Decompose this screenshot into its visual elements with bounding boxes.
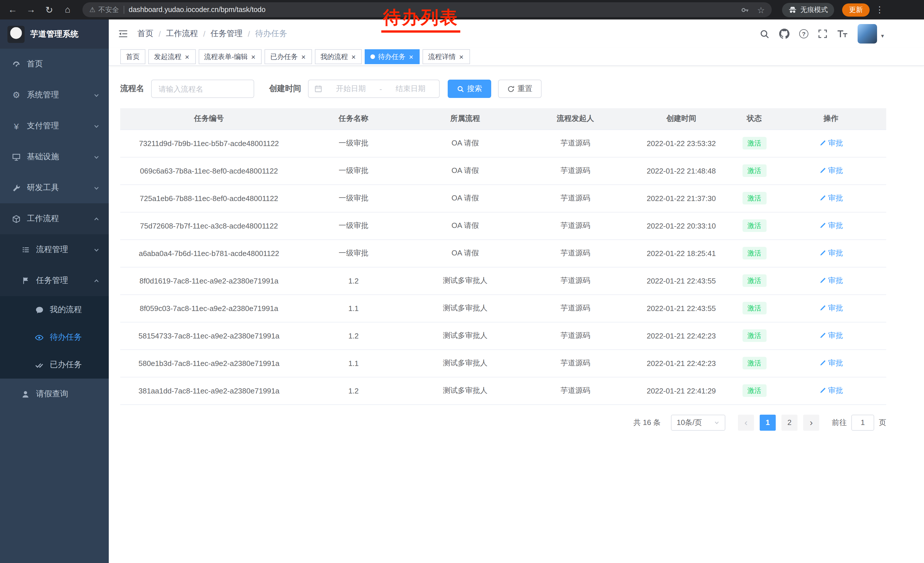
end-date-placeholder[interactable]: 结束日期 [388,84,434,94]
sidebar-item-label: 请假查询 [36,389,68,399]
approve-button[interactable]: 审批 [819,275,843,286]
incognito-icon [788,6,797,14]
sidebar-item-process-management[interactable]: 流程管理 [0,234,109,265]
back-button[interactable]: ← [4,2,21,18]
create-time-cell: 2022-01-21 22:41:29 [630,377,733,404]
tab-close-icon[interactable]: × [300,53,306,60]
browser-menu-icon[interactable]: ⋮ [872,5,887,15]
font-size-icon[interactable] [837,29,848,38]
prev-page-button[interactable]: ‹ [738,414,754,431]
date-range-picker[interactable]: 开始日期 - 结束日期 [308,80,440,98]
sidebar-item-done-tasks[interactable]: 已办任务 [0,351,109,378]
avatar-caret-icon[interactable]: ▾ [881,33,884,39]
create-time-cell: 2022-01-22 21:37:30 [630,185,733,212]
password-key-icon[interactable] [741,6,749,14]
sidebar-item-dev-tools[interactable]: 研发工具 [0,173,109,203]
sidebar-item-label: 支付管理 [27,121,59,131]
forward-button[interactable]: → [23,2,39,18]
breadcrumb-workflow[interactable]: 工作流程 [166,29,198,39]
sidebar-item-infrastructure[interactable]: 基础设施 [0,141,109,173]
approve-button[interactable]: 审批 [819,138,843,148]
tab-close-icon[interactable]: × [184,53,190,60]
reset-button[interactable]: 重置 [498,80,542,98]
table-row: a6aba0a4-7b6d-11ec-b781-acde48001122一级审批… [120,239,886,267]
sidebar-item-my-process[interactable]: 我的流程 [0,296,109,324]
sidebar-item-workflow[interactable]: 工作流程 [0,203,109,234]
sidebar-item-task-management[interactable]: 任务管理 [0,265,109,296]
sidebar-item-home[interactable]: 首页 [0,49,109,80]
column-header-7: 操作 [776,108,886,129]
tab-已办任务[interactable]: 已办任务× [264,49,312,64]
approve-button[interactable]: 审批 [819,165,843,176]
page-size-select[interactable]: 10条/页 [671,414,725,431]
warning-icon: ⚠ [89,6,96,14]
next-page-button[interactable]: › [803,414,819,431]
avatar[interactable] [858,24,877,44]
github-icon[interactable] [779,29,789,39]
page-button-2[interactable]: 2 [782,414,798,431]
status-cell: 激活 [733,157,776,185]
active-tab-dot [371,54,375,59]
sidebar-item-todo-tasks[interactable]: 待办任务 [0,324,109,351]
status-cell: 激活 [733,349,776,377]
approve-label: 审批 [828,330,843,341]
tab-首页[interactable]: 首页 [120,49,146,64]
sidebar-item-leave-query[interactable]: 请假查询 [0,378,109,410]
home-button[interactable]: ⌂ [60,2,76,18]
process-name-input[interactable] [151,80,254,98]
chevron-down-icon [714,419,720,425]
tab-close-icon[interactable]: × [250,53,256,60]
tab-流程详情[interactable]: 流程详情× [423,49,470,64]
search-icon[interactable] [760,29,770,39]
task-id-cell: 725a1eb6-7b88-11ec-8ef0-acde48001122 [120,185,298,212]
sidebar-collapse-icon[interactable] [118,29,128,39]
goto-page-input[interactable] [851,414,874,431]
tab-流程表单-编辑[interactable]: 流程表单-编辑× [198,49,262,64]
approve-label: 审批 [828,138,843,148]
tab-close-icon[interactable]: × [459,53,464,60]
approve-button[interactable]: 审批 [819,193,843,203]
fullscreen-icon[interactable] [818,29,827,38]
breadcrumb-task-management[interactable]: 任务管理 [211,29,243,39]
process-cell: OA 请假 [410,239,521,267]
tab-label: 已办任务 [270,52,298,62]
action-cell: 审批 [776,129,886,157]
sidebar-item-system[interactable]: ⚙ 系统管理 [0,80,109,111]
sidebar-item-payment[interactable]: ¥ 支付管理 [0,111,109,141]
action-cell: 审批 [776,294,886,322]
task-id-cell: 069c6a63-7b8a-11ec-8ef0-acde48001122 [120,157,298,185]
browser-update-button[interactable]: 更新 [842,3,870,17]
app-title: 芋道管理系统 [30,29,78,39]
approve-button[interactable]: 审批 [819,221,843,231]
approve-button[interactable]: 审批 [819,386,843,396]
status-cell: 激活 [733,322,776,349]
reload-button[interactable]: ↻ [41,2,57,18]
tab-我的流程[interactable]: 我的流程× [315,49,362,64]
table-row: 580e1b3d-7ac8-11ec-a9e2-a2380e71991a1.1测… [120,349,886,377]
start-date-placeholder[interactable]: 开始日期 [328,84,374,94]
tab-待办任务[interactable]: 待办任务× [365,49,420,64]
approve-button[interactable]: 审批 [819,330,843,341]
page-size-value: 10条/页 [676,417,702,428]
search-button[interactable]: 搜索 [448,80,491,98]
bookmark-star-icon[interactable]: ☆ [757,6,765,14]
status-badge: 激活 [742,384,766,397]
column-header-4: 流程发起人 [521,108,630,129]
approve-button[interactable]: 审批 [819,358,843,368]
page-button-1[interactable]: 1 [760,414,776,431]
incognito-label: 无痕模式 [800,5,828,15]
tab-close-icon[interactable]: × [408,53,414,60]
task-id-cell: 73211d9d-7b9b-11ec-b5b7-acde48001122 [120,129,298,157]
tab-发起流程[interactable]: 发起流程× [148,49,195,64]
breadcrumb-home[interactable]: 首页 [137,29,153,39]
approve-button[interactable]: 审批 [819,248,843,258]
security-warning[interactable]: ⚠ 不安全 [89,5,119,15]
approve-button[interactable]: 审批 [819,303,843,313]
tab-close-icon[interactable]: × [351,53,356,60]
create-time-label: 创建时间 [269,84,301,94]
incognito-badge: 无痕模式 [782,3,834,17]
task-id-cell: 8f059c03-7ac8-11ec-a9e2-a2380e71991a [120,294,298,322]
help-icon[interactable] [799,29,808,38]
column-header-2: 任务名称 [298,108,410,129]
process-name-label: 流程名 [120,84,144,94]
